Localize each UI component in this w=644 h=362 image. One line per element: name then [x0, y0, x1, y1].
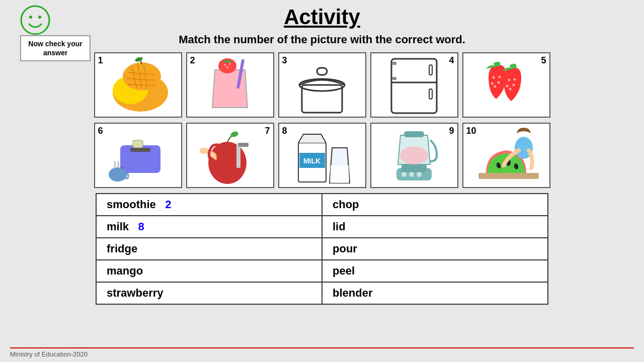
svg-rect-46 — [238, 143, 249, 147]
table-row: smoothie 2 chop — [96, 194, 548, 216]
mango-image — [103, 57, 173, 113]
right-word-3: pour — [322, 238, 548, 260]
svg-rect-26 — [392, 62, 396, 65]
images-row-1: 1 2 — [10, 52, 634, 118]
check-answer-text: Now check your answer — [28, 40, 82, 57]
svg-point-41 — [109, 167, 127, 182]
svg-rect-57 — [478, 173, 539, 179]
peel-image — [192, 125, 268, 186]
answer-smoothie: 2 — [165, 198, 171, 211]
chop-image — [468, 125, 544, 186]
svg-rect-39 — [130, 148, 150, 152]
svg-rect-51 — [401, 164, 427, 172]
check-answer-box: Now check your answer — [20, 35, 91, 61]
svg-point-32 — [499, 76, 501, 78]
right-word-2: lid — [322, 216, 548, 238]
smiley-area — [20, 5, 50, 37]
footer-text: Ministry of Education-2020 — [10, 350, 88, 358]
right-word-5: blender — [322, 282, 548, 304]
image-cell-6: 6 — [94, 123, 182, 188]
svg-point-1 — [29, 16, 32, 19]
strawberry-image — [471, 55, 541, 115]
svg-point-29 — [498, 81, 500, 84]
smiley-icon — [20, 5, 50, 35]
table-row: fridge pour — [96, 238, 548, 260]
img-num-2: 2 — [190, 55, 195, 66]
svg-rect-25 — [429, 89, 432, 99]
table-row: mango peel — [96, 260, 548, 282]
match-table: smoothie 2 chop milk 8 lid fridge pour — [96, 193, 548, 305]
right-word-1: chop — [322, 194, 548, 216]
svg-rect-27 — [392, 77, 396, 80]
svg-point-31 — [491, 82, 494, 85]
left-word-2: milk 8 — [96, 216, 322, 238]
svg-rect-22 — [391, 59, 437, 113]
img-num-6: 6 — [98, 126, 103, 136]
image-cell-9: 9 — [370, 123, 458, 188]
svg-rect-24 — [429, 65, 432, 75]
images-row-2: 6 7 — [10, 123, 634, 188]
image-cell-7: 7 — [186, 123, 274, 188]
left-word-4: mango — [96, 260, 322, 282]
match-table-container: smoothie 2 chop milk 8 lid fridge pour — [96, 193, 548, 305]
smoothie-image — [195, 55, 265, 115]
svg-point-13 — [134, 57, 143, 62]
word-strawberry: strawberry — [107, 287, 164, 299]
fridge-image — [379, 55, 449, 115]
svg-point-0 — [21, 6, 49, 34]
svg-rect-21 — [317, 68, 327, 75]
word-fridge: fridge — [107, 242, 137, 255]
word-smoothie: smoothie — [107, 198, 156, 211]
svg-point-42 — [208, 142, 247, 184]
page: Now check your answer Activity Match the… — [0, 0, 644, 362]
kettle-image — [100, 125, 176, 186]
image-cell-3: 3 — [278, 52, 366, 118]
image-cell-1: 1 — [94, 52, 182, 118]
svg-point-2 — [38, 16, 41, 19]
svg-rect-40 — [133, 140, 143, 148]
img-num-4: 4 — [449, 55, 454, 66]
img-num-1: 1 — [98, 55, 103, 66]
image-cell-8: 8 MILK — [278, 123, 366, 188]
svg-point-37 — [514, 78, 516, 81]
table-row: milk 8 lid — [96, 216, 548, 238]
milk-image: MILK — [284, 125, 360, 186]
svg-point-53 — [400, 146, 428, 164]
word-mango: mango — [107, 264, 143, 277]
img-num-5: 5 — [541, 55, 546, 66]
left-word-3: fridge — [96, 238, 322, 260]
image-cell-5: 5 — [462, 52, 550, 118]
svg-point-56 — [417, 172, 422, 177]
svg-point-17 — [229, 63, 231, 65]
svg-point-54 — [401, 172, 407, 177]
svg-point-28 — [493, 76, 495, 79]
answer-milk: 8 — [138, 220, 144, 233]
img-num-3: 3 — [282, 55, 287, 66]
svg-point-35 — [509, 88, 512, 90]
image-cell-10: 10 — [462, 123, 550, 188]
right-word-4: peel — [322, 260, 548, 282]
svg-point-33 — [508, 79, 511, 81]
svg-point-55 — [409, 172, 414, 177]
left-word-1: smoothie 2 — [96, 194, 322, 216]
svg-point-16 — [224, 64, 226, 66]
blender-image — [376, 125, 452, 186]
word-milk: milk — [107, 220, 129, 233]
svg-point-36 — [506, 85, 509, 87]
lid-image — [287, 55, 357, 115]
svg-text:MILK: MILK — [303, 157, 320, 165]
image-cell-4: 4 — [370, 52, 458, 118]
img-num-9: 9 — [449, 126, 454, 136]
page-title: Activity — [10, 5, 634, 29]
left-word-5: strawberry — [96, 282, 322, 304]
svg-rect-52 — [404, 131, 424, 137]
svg-point-30 — [494, 85, 497, 88]
instruction-text: Match the number of the picture with the… — [10, 33, 634, 46]
svg-point-34 — [513, 84, 515, 86]
table-row: strawberry blender — [96, 282, 548, 304]
img-num-10: 10 — [466, 126, 476, 136]
svg-point-18 — [226, 66, 228, 68]
svg-rect-44 — [200, 148, 209, 154]
img-num-8: 8 — [282, 126, 287, 136]
image-cell-2: 2 — [186, 52, 274, 118]
